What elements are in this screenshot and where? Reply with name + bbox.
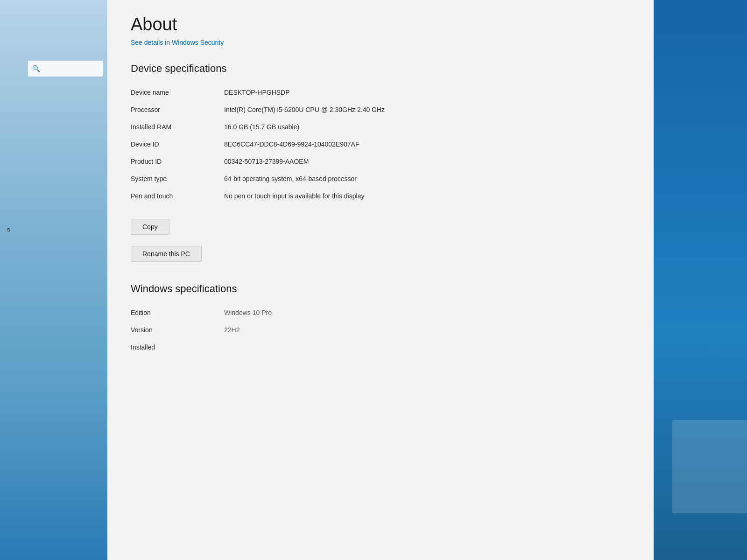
table-row: Pen and touch No pen or touch input is a… [131, 188, 630, 205]
spec-value-edition: Windows 10 Pro [224, 308, 630, 318]
right-decoration [654, 0, 747, 560]
search-box[interactable]: 🔍 [28, 61, 103, 77]
device-specs-table: Device name DESKTOP-HPGHSDP Processor In… [131, 84, 630, 205]
spec-label-edition: Edition [131, 308, 224, 316]
spec-value-version: 22H2 [224, 325, 630, 335]
spec-value-processor: Intel(R) Core(TM) i5-6200U CPU @ 2.30GHz… [224, 105, 630, 115]
spec-value-pen-and-touch: No pen or touch input is available for t… [224, 191, 630, 201]
spec-label-version: Version [131, 325, 224, 334]
spec-label-ram: Installed RAM [131, 122, 224, 131]
table-row: Device ID 8EC6CC47-DDC8-4D69-9924-104002… [131, 136, 630, 153]
windows-specs-section: Windows specifications Edition Windows 1… [131, 283, 630, 356]
spec-label-system-type: System type [131, 174, 224, 182]
table-row: Installed [131, 339, 630, 356]
spec-value-system-type: 64-bit operating system, x64-based proce… [224, 174, 630, 184]
table-row: Version 22H2 [131, 322, 630, 339]
table-row: Edition Windows 10 Pro [131, 304, 630, 322]
right-decoration-box [672, 420, 747, 513]
spec-label-pen-and-touch: Pen and touch [131, 191, 224, 200]
windows-security-link[interactable]: See details in Windows Security [131, 39, 224, 46]
spec-value-ram: 16.0 GB (15.7 GB usable) [224, 122, 630, 132]
rename-pc-button[interactable]: Rename this PC [131, 246, 202, 262]
page-title: About [131, 14, 630, 35]
spec-label-processor: Processor [131, 105, 224, 113]
table-row: Installed RAM 16.0 GB (15.7 GB usable) [131, 119, 630, 136]
table-row: System type 64-bit operating system, x64… [131, 170, 630, 188]
spec-value-product-id: 00342-50713-27399-AAOEM [224, 157, 630, 167]
spec-label-installed: Installed [131, 343, 224, 351]
table-row: Processor Intel(R) Core(TM) i5-6200U CPU… [131, 101, 630, 119]
spec-label-device-name: Device name [131, 88, 224, 96]
spec-label-product-id: Product ID [131, 157, 224, 165]
device-specs-title: Device specifications [131, 63, 630, 75]
spec-label-device-id: Device ID [131, 140, 224, 148]
table-row: Product ID 00342-50713-27399-AAOEM [131, 153, 630, 170]
search-icon: 🔍 [32, 65, 40, 72]
sidebar-nav-item[interactable]: s [0, 226, 10, 233]
spec-value-device-name: DESKTOP-HPGHSDP [224, 88, 630, 98]
main-content: About See details in Windows Security De… [107, 0, 654, 560]
copy-button[interactable]: Copy [131, 219, 169, 235]
windows-specs-title: Windows specifications [131, 283, 630, 295]
table-row: Device name DESKTOP-HPGHSDP [131, 84, 630, 101]
sidebar: 🔍 s [0, 0, 107, 560]
windows-specs-table: Edition Windows 10 Pro Version 22H2 Inst… [131, 304, 630, 356]
spec-value-device-id: 8EC6CC47-DDC8-4D69-9924-104002E907AF [224, 140, 630, 149]
